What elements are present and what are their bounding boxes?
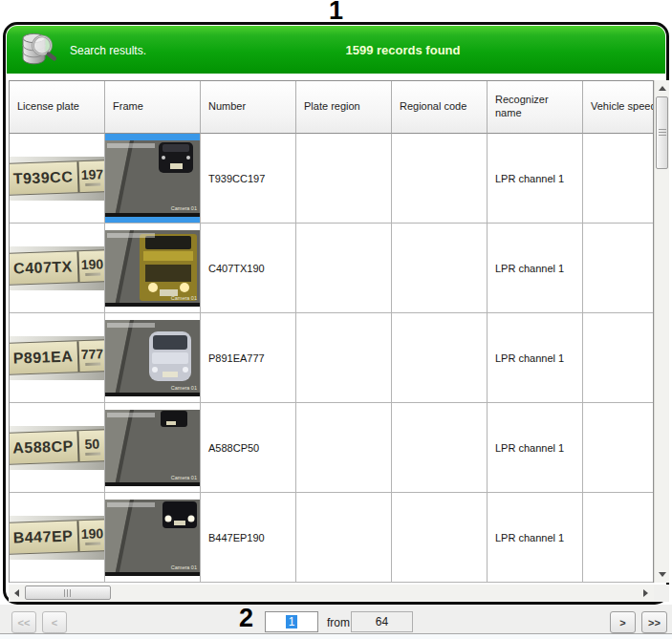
license-plate-image: A588CP50	[10, 426, 104, 470]
vehicle-speed-cell[interactable]	[583, 134, 653, 224]
scrollbar-corner	[654, 585, 669, 602]
from-label: from	[327, 616, 350, 629]
regional-code-cell[interactable]	[392, 224, 488, 313]
total-pages-value: 64	[376, 615, 388, 628]
license-plate-image: P891EA777	[10, 336, 104, 380]
horizontal-scrollbar[interactable]	[9, 585, 654, 602]
scroll-up-arrow[interactable]	[655, 80, 670, 96]
plate-region-text: 777	[80, 346, 103, 362]
license-plate-cell[interactable]: A588CP50	[10, 403, 105, 493]
page-number-input[interactable]: 1	[265, 611, 318, 632]
frame-thumbnail: Camera 01	[105, 410, 201, 486]
plate-number-text: C407TX	[10, 251, 78, 284]
camera-label: Camera 01	[171, 295, 197, 301]
license-plate-image: B447EP190	[10, 516, 104, 560]
plate-region-cell[interactable]	[296, 134, 392, 224]
camera-label: Camera 01	[171, 205, 197, 211]
recognizer-name-cell[interactable]: LPR channel 1	[488, 403, 583, 493]
scroll-down-arrow[interactable]	[655, 566, 670, 583]
recognizer-name-cell[interactable]: LPR channel 1	[488, 224, 583, 313]
license-plate-cell[interactable]: B447EP190	[10, 493, 105, 583]
first-page-button[interactable]: <<	[11, 611, 36, 633]
plate-region-cell[interactable]	[296, 313, 392, 403]
horizontal-scroll-thumb[interactable]	[25, 586, 111, 600]
records-found-status: 1599 records found	[141, 43, 665, 57]
vehicle-speed-cell[interactable]	[583, 403, 653, 493]
plate-region-cell[interactable]	[296, 403, 392, 493]
annotation-callout-2: 2	[239, 606, 253, 631]
titlebar: Search results. 1599 records found	[7, 26, 665, 74]
pagination-bar: << < 1 from 64 > >>	[0, 605, 672, 639]
column-header-recognizer-name: Recognizer name	[488, 81, 583, 134]
plate-number-text: P891EA	[10, 341, 78, 373]
table-row[interactable]: T939CC197 Camera 01 T939CC197 LPR channe…	[9, 134, 654, 224]
plate-region-text: 197	[80, 166, 103, 182]
license-plate-cell[interactable]: T939CC197	[10, 134, 105, 224]
column-header-plate-region: Plate region	[296, 81, 392, 134]
vehicle-speed-cell[interactable]	[583, 493, 653, 583]
frame-cell[interactable]: Camera 01	[105, 493, 201, 583]
column-header-regional-code: Regional code	[392, 81, 488, 134]
recognizer-name-cell[interactable]: LPR channel 1	[488, 493, 583, 583]
plate-region-cell[interactable]	[296, 224, 392, 313]
regional-code-cell[interactable]	[392, 493, 488, 583]
vehicle-speed-cell[interactable]	[583, 224, 653, 313]
number-cell[interactable]: A588CP50	[201, 403, 296, 493]
column-header-number: Number	[201, 81, 296, 134]
frame-cell[interactable]: Camera 01	[105, 313, 201, 403]
number-cell[interactable]: P891EA777	[201, 313, 296, 403]
regional-code-cell[interactable]	[392, 403, 488, 493]
license-plate-cell[interactable]: P891EA777	[10, 313, 105, 403]
window-title: Search results.	[70, 44, 146, 57]
recognizer-name-cell[interactable]: LPR channel 1	[488, 134, 583, 224]
plate-number-text: T939CC	[10, 161, 78, 194]
page-number-value: 1	[286, 615, 298, 628]
annotation-callout-1: 1	[0, 0, 672, 24]
frame-cell[interactable]: Camera 01	[105, 224, 201, 313]
regional-code-cell[interactable]	[392, 313, 488, 403]
camera-label: Camera 01	[171, 385, 197, 391]
vertical-scroll-thumb[interactable]	[656, 96, 668, 169]
frame-thumbnail: Camera 01	[105, 320, 201, 396]
total-pages-box: 64	[351, 611, 413, 632]
regional-code-cell[interactable]	[392, 134, 488, 224]
frame-thumbnail: Camera 01	[105, 140, 201, 217]
table-row[interactable]: B447EP190 Camera 01 B447EP190 LPR channe…	[9, 493, 654, 583]
plate-region-text: 190	[80, 525, 103, 542]
frame-cell[interactable]: Camera 01	[105, 403, 201, 493]
table-row[interactable]: A588CP50 Camera 01 A588CP50 LPR channel …	[9, 403, 654, 493]
column-header-frame: Frame	[105, 81, 201, 134]
plate-number-text: A588CP	[10, 431, 78, 463]
table-row[interactable]: P891EA777 Camera 01 P891EA777 LPR channe…	[9, 313, 654, 403]
table-header-row: License plate Frame Number Plate region …	[9, 80, 654, 134]
license-plate-image: T939CC197	[10, 157, 104, 201]
vehicle-speed-cell[interactable]	[583, 313, 653, 403]
plate-number-text: B447EP	[10, 521, 78, 553]
number-cell[interactable]: B447EP190	[201, 493, 296, 583]
frame-thumbnail: Camera 01	[105, 230, 201, 307]
scroll-right-arrow[interactable]	[638, 585, 654, 602]
last-page-button[interactable]: >>	[641, 611, 667, 633]
table-row[interactable]: C407TX190 Camera 01 C407TX190 LPR chann	[9, 224, 654, 313]
database-search-icon	[16, 29, 60, 74]
plate-region-cell[interactable]	[296, 493, 392, 583]
scroll-left-arrow[interactable]	[9, 585, 25, 602]
number-cell[interactable]: C407TX190	[201, 224, 296, 313]
plate-region-text: 190	[80, 256, 103, 272]
column-header-vehicle-speed: Vehicle speed	[583, 81, 653, 134]
search-results-window: Search results. 1599 records found Licen…	[3, 22, 669, 605]
camera-label: Camera 01	[171, 564, 197, 570]
frame-cell-selected[interactable]: Camera 01	[105, 134, 201, 224]
column-header-license-plate: License plate	[10, 81, 105, 134]
number-cell[interactable]: T939CC197	[201, 134, 296, 224]
license-plate-cell[interactable]: C407TX190	[10, 224, 105, 313]
plate-region-text: 50	[84, 436, 99, 452]
license-plate-image: C407TX190	[10, 246, 104, 290]
next-page-button[interactable]: >	[610, 611, 636, 633]
previous-page-button[interactable]: <	[42, 611, 67, 633]
frame-thumbnail: Camera 01	[105, 500, 201, 576]
recognizer-name-cell[interactable]: LPR channel 1	[488, 313, 583, 403]
camera-label: Camera 01	[171, 475, 197, 480]
vertical-scrollbar[interactable]	[654, 80, 669, 583]
